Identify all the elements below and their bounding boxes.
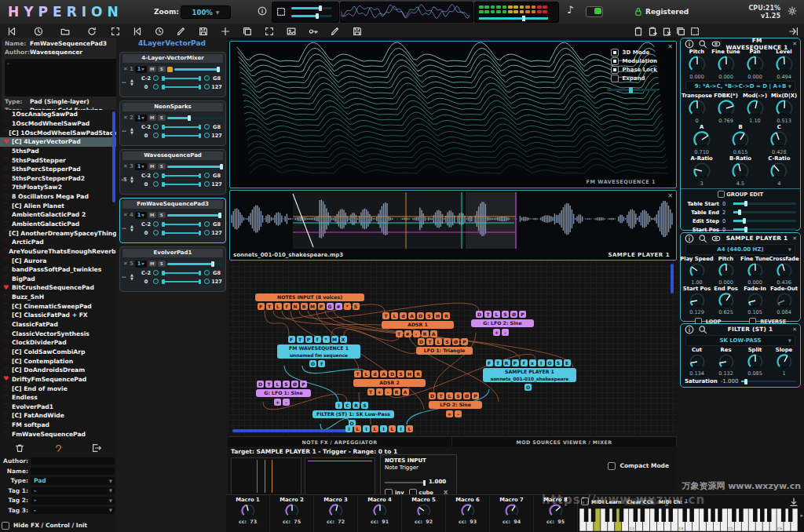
preset-item[interactable]: ♡ 7thFloatySaw2: [0, 183, 116, 192]
graph-vscrollbar[interactable]: [671, 264, 674, 293]
port-t[interactable]: T: [265, 381, 272, 388]
row-slider[interactable]: [733, 202, 796, 205]
port-o[interactable]: O: [309, 360, 316, 367]
filter-mode-select[interactable]: SK LOW-PASS▼: [685, 335, 795, 346]
port-i[interactable]: I: [397, 425, 404, 432]
port-d[interactable]: D: [429, 392, 436, 399]
battery-toggle-icon[interactable]: [586, 6, 603, 17]
wavetable-3d-view[interactable]: ✕ 3D Mode Modulation Phase Lock Expand F…: [229, 41, 677, 188]
port-i[interactable]: I: [345, 425, 353, 432]
preset-item[interactable]: ♡ [C] Contemplation: [0, 356, 116, 366]
macro-macro-7[interactable]: Macro 7 cc: 94: [490, 495, 534, 532]
view-option-3d-mode[interactable]: 3D Mode: [611, 48, 657, 56]
macro-macro-6[interactable]: Macro 6 cc: 93: [446, 495, 490, 532]
option-checkbox[interactable]: [611, 66, 619, 74]
option-checkbox[interactable]: [611, 75, 619, 82]
favorite-heart-icon[interactable]: ♥: [3, 139, 12, 145]
download-midi-icon[interactable]: [788, 497, 799, 508]
preset-item[interactable]: ♡ ArcticPad: [0, 238, 116, 247]
favorite-heart-icon[interactable]: ♡: [3, 184, 12, 191]
master-slider-1[interactable]: [291, 7, 332, 9]
layer-transpose-down[interactable]: ▼: [130, 82, 133, 87]
port-x[interactable]: x: [529, 359, 536, 366]
knob-play-speed[interactable]: Play Speed 1.00: [683, 256, 711, 286]
favorite-heart-icon[interactable]: ♡: [3, 230, 9, 236]
port-o[interactable]: O: [524, 384, 532, 391]
port-d[interactable]: D: [257, 381, 264, 388]
favorite-heart-icon[interactable]: ♡: [3, 367, 12, 373]
layer-volume-slider[interactable]: [167, 117, 222, 119]
notes-input-mod-box[interactable]: NOTES INPUT Note Trigger 1.000 inv cube …: [380, 454, 457, 495]
port-p[interactable]: P: [300, 381, 307, 388]
layer-voice-select[interactable]: 1▼: [135, 115, 147, 122]
knob-slope[interactable]: Slope 1: [770, 347, 799, 377]
current-preset-tab[interactable]: 4LayerVectorPad: [116, 39, 228, 47]
history-icon[interactable]: [33, 25, 44, 36]
port-t[interactable]: T: [367, 388, 375, 395]
filter-tag3-select[interactable]: -▼: [31, 507, 115, 515]
layer-mute-button[interactable]: M: [148, 212, 156, 218]
favorite-heart-icon[interactable]: ♡: [3, 257, 12, 264]
port-s[interactable]: S: [502, 311, 509, 318]
macro-macro-4[interactable]: Macro 4 cc: 91: [358, 495, 402, 532]
preset-item[interactable]: ♡ [C] CinematicSweepPad: [0, 301, 116, 311]
port-t[interactable]: T: [354, 370, 361, 377]
favorite-heart-icon[interactable]: ♡: [3, 303, 12, 309]
preset-item[interactable]: ♡ 5thsPadStepper: [0, 155, 116, 165]
layer-title[interactable]: NeonSparks: [122, 103, 223, 111]
port-d[interactable]: d: [400, 312, 407, 319]
port-r[interactable]: R: [415, 370, 422, 377]
port-+[interactable]: +: [493, 329, 500, 336]
port-#[interactable]: #: [335, 303, 342, 310]
layer-card-evolverpad1[interactable]: EvolverPad1 ✕ 5 1▼ M S -- ▲▼ C-2: [119, 246, 226, 292]
port-e[interactable]: E: [564, 359, 571, 366]
layer-title[interactable]: WavesequencePad: [122, 151, 223, 160]
view-option-expand[interactable]: Expand: [611, 74, 657, 82]
trash-icon[interactable]: [14, 443, 25, 454]
knob-split[interactable]: Split 0.085: [741, 347, 769, 377]
layer-solo-button[interactable]: S: [158, 212, 166, 218]
layer-mute-button[interactable]: M: [148, 261, 156, 267]
port-l[interactable]: L: [363, 370, 370, 377]
favorite-heart-icon[interactable]: ♡: [3, 413, 12, 419]
port-+[interactable]: +: [274, 399, 281, 406]
graph-hscrollbar[interactable]: [232, 429, 347, 432]
favorite-heart-icon[interactable]: ♡: [3, 194, 12, 200]
knob-b[interactable]: B 0.615: [726, 124, 755, 155]
init-patch-icon[interactable]: [176, 25, 187, 36]
preset-item[interactable]: ♡ ClassicVectorSynthesis: [0, 329, 116, 338]
vel-range-slider[interactable]: [160, 181, 203, 187]
layer-delete-button[interactable]: ✕: [123, 163, 128, 169]
port-*[interactable]: *: [344, 303, 351, 310]
port-l[interactable]: L: [274, 381, 281, 388]
favorite-heart-icon[interactable]: ♡: [3, 422, 12, 428]
preset-item[interactable]: ♥ BitCrushedSequencePad: [0, 283, 116, 293]
layer-card-neonsparks[interactable]: NeonSparks ✕ 2 1▼ M S -- ▲▼ C-2: [119, 100, 226, 146]
vel-range-slider[interactable]: [160, 230, 203, 235]
preset-item[interactable]: ♡ 5thsPercStepperPad: [0, 165, 116, 174]
port-*[interactable]: *: [323, 336, 330, 343]
port-ø[interactable]: Ø: [463, 392, 470, 399]
favorite-heart-icon[interactable]: ♡: [3, 212, 12, 218]
port-h[interactable]: H: [406, 370, 413, 377]
compact-mode-toggle[interactable]: Compact Mode: [608, 457, 669, 472]
port-a[interactable]: A: [408, 312, 415, 319]
port-s[interactable]: S: [353, 303, 360, 310]
favorite-heart-icon[interactable]: ♡: [3, 312, 12, 319]
node-notes-input[interactable]: NOTES INPUT (8 voices): [255, 293, 364, 301]
knob-transpose[interactable]: Transpose 0: [683, 93, 711, 124]
compact-mode-checkbox[interactable]: [608, 462, 616, 470]
port-+[interactable]: +: [376, 388, 383, 395]
port-f[interactable]: F: [258, 303, 265, 310]
preset-item[interactable]: ♡ BigPad: [0, 275, 116, 284]
port-#[interactable]: #: [404, 330, 411, 337]
vel-range-slider[interactable]: [160, 84, 203, 89]
layer-card-wavesequencepad[interactable]: WavesequencePad ✕ 3 1▼ M S -5 ▲▼ C-2: [119, 149, 226, 195]
node-lfo-2[interactable]: LFO 2: Sine: [429, 401, 482, 409]
layer-solo-button[interactable]: S: [158, 163, 166, 169]
ear-audition-icon[interactable]: [53, 443, 64, 454]
favorite-heart-icon[interactable]: ♡: [3, 431, 12, 437]
preset-item[interactable]: ♡ ClockDividerPad: [0, 338, 116, 348]
preset-item[interactable]: ♡ 1OscAnalogSawPad: [0, 110, 116, 119]
port-s[interactable]: S: [283, 381, 290, 388]
